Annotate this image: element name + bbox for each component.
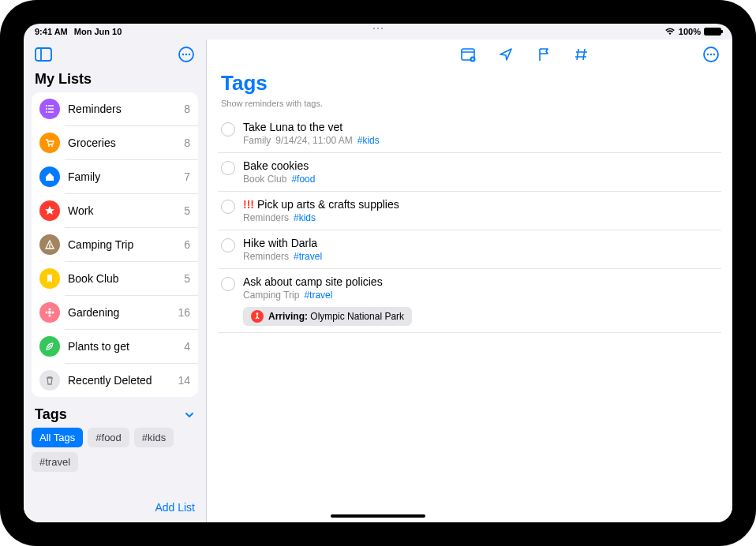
status-bar: 9:41 AM Mon Jun 10 100% <box>24 24 732 39</box>
reminder-title: Take Luna to the vet <box>243 121 342 133</box>
svg-point-10 <box>46 111 47 113</box>
svg-point-5 <box>189 54 190 55</box>
reminder-due: 9/14/24, 11:00 AM <box>275 135 352 146</box>
reminder-title: Ask about camp site policies <box>243 275 383 288</box>
complete-toggle[interactable] <box>221 122 235 136</box>
tag-chips: All Tags#food#kids#travel <box>24 428 206 472</box>
sidebar-list-item[interactable]: Gardening 16 <box>32 296 198 329</box>
sidebar-list-item[interactable]: Groceries 8 <box>32 126 198 159</box>
trash-icon <box>39 370 60 391</box>
status-time: 9:41 AM <box>35 27 68 36</box>
leaf-icon <box>39 336 60 357</box>
svg-point-3 <box>182 54 184 55</box>
reminder-item[interactable]: Hike with Darla Reminders#travel <box>218 230 721 269</box>
svg-rect-0 <box>36 48 51 61</box>
reminders-list: Take Luna to the vet Family9/14/24, 11:0… <box>207 114 732 333</box>
location-chip[interactable]: Arriving: Olympic National Park <box>243 307 412 326</box>
page-subtitle: Show reminders with tags. <box>207 95 732 114</box>
complete-toggle[interactable] <box>221 277 235 291</box>
svg-point-26 <box>256 312 259 315</box>
list-icon <box>39 99 60 119</box>
location-text: Arriving: Olympic National Park <box>268 311 404 322</box>
tag-chip[interactable]: #travel <box>32 452 78 472</box>
list-count: 5 <box>184 272 190 285</box>
cart-icon <box>39 133 60 153</box>
svg-point-16 <box>49 315 51 317</box>
location-icon[interactable] <box>496 44 516 65</box>
tent-icon <box>39 234 60 255</box>
reminder-item[interactable]: Bake cookies Book Club#food <box>218 153 721 192</box>
list-name: Plants to get <box>68 340 176 353</box>
list-name: Reminders <box>68 103 176 115</box>
reminder-item[interactable]: Ask about camp site policies Camping Tri… <box>218 269 721 333</box>
chevron-down-icon[interactable] <box>184 410 195 421</box>
location-pin-icon <box>251 310 264 323</box>
reminder-tag: #food <box>291 174 315 185</box>
list-count: 6 <box>184 238 190 251</box>
reminder-title: Hike with Darla <box>243 237 317 249</box>
status-date: Mon Jun 10 <box>74 27 122 36</box>
reminder-tag: #kids <box>357 135 380 146</box>
svg-point-6 <box>46 105 47 107</box>
complete-toggle[interactable] <box>221 161 235 175</box>
priority-indicator: !!! <box>243 198 254 211</box>
svg-point-13 <box>51 145 53 147</box>
main-panel: Tags Show reminders with tags. Take Luna… <box>207 39 732 522</box>
list-name: Book Club <box>68 272 176 285</box>
battery-icon <box>704 28 721 36</box>
reminder-list-name: Reminders <box>243 251 289 262</box>
lists-container: Reminders 8 Groceries 8 Family 7 Work 5 … <box>32 92 198 397</box>
sidebar-list-item[interactable]: Plants to get 4 <box>32 330 198 363</box>
page-title: Tags <box>207 68 732 95</box>
bookmark-icon <box>39 268 60 289</box>
reminder-title: Bake cookies <box>243 159 309 172</box>
more-icon[interactable] <box>176 44 196 65</box>
reminder-tag: #kids <box>294 212 316 223</box>
complete-toggle[interactable] <box>221 200 235 214</box>
hashtag-icon[interactable] <box>571 44 592 65</box>
reminder-tag: #travel <box>304 290 332 301</box>
tag-chip[interactable]: #kids <box>134 428 174 447</box>
svg-point-25 <box>713 54 715 55</box>
list-count: 7 <box>184 170 190 183</box>
svg-point-15 <box>49 309 51 311</box>
calendar-icon[interactable] <box>458 44 478 65</box>
list-count: 4 <box>184 340 190 353</box>
add-list-button[interactable]: Add List <box>155 501 195 514</box>
sidebar-list-item[interactable]: Reminders 8 <box>32 92 198 125</box>
tag-chip[interactable]: All Tags <box>32 428 83 447</box>
reminder-list-name: Family <box>243 135 271 146</box>
reminder-tag: #travel <box>294 251 322 262</box>
complete-toggle[interactable] <box>221 238 235 252</box>
ipad-frame: 9:41 AM Mon Jun 10 100% My List <box>0 0 756 546</box>
list-count: 16 <box>178 306 190 319</box>
list-count: 5 <box>184 204 190 217</box>
more-icon[interactable] <box>701 44 721 65</box>
reminder-title: Pick up arts & crafts supplies <box>257 198 399 211</box>
screen: 9:41 AM Mon Jun 10 100% My List <box>24 24 732 522</box>
sidebar-list-item[interactable]: Recently Deleted 14 <box>32 364 198 397</box>
sidebar-list-item[interactable]: Book Club 5 <box>32 262 198 295</box>
sidebar: My Lists Reminders 8 Groceries 8 Family … <box>24 39 207 522</box>
svg-rect-9 <box>48 108 54 109</box>
svg-point-24 <box>710 54 712 55</box>
reminder-list-name: Book Club <box>243 174 286 185</box>
svg-point-14 <box>48 311 51 314</box>
reminder-item[interactable]: Take Luna to the vet Family9/14/24, 11:0… <box>218 114 721 153</box>
flag-icon[interactable] <box>533 44 554 65</box>
house-icon <box>39 166 60 187</box>
svg-rect-11 <box>48 111 54 112</box>
sidebar-list-item[interactable]: Camping Trip 6 <box>32 228 198 261</box>
svg-point-18 <box>52 312 54 314</box>
reminder-list-name: Reminders <box>243 212 289 223</box>
sidebar-list-item[interactable]: Work 5 <box>32 194 198 227</box>
sidebar-toggle-icon[interactable] <box>33 44 54 65</box>
reminder-item[interactable]: !!!Pick up arts & crafts supplies Remind… <box>218 192 721 230</box>
star-icon <box>39 200 60 221</box>
list-name: Family <box>68 170 176 183</box>
list-count: 14 <box>178 374 190 387</box>
list-name: Gardening <box>68 306 170 319</box>
tag-chip[interactable]: #food <box>88 428 129 447</box>
list-count: 8 <box>184 136 190 149</box>
sidebar-list-item[interactable]: Family 7 <box>32 160 198 193</box>
